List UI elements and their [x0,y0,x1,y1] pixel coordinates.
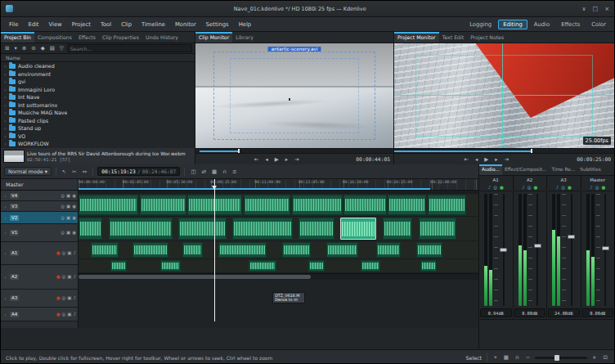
clip-segment[interactable] [416,242,442,258]
mute-icon[interactable]: ♪ [73,295,76,301]
clip-segment[interactable] [282,242,310,258]
zoom-slider-handle[interactable] [554,355,559,361]
workspace-logging[interactable]: Logging [465,20,496,29]
record-icon[interactable]: ● [56,250,61,256]
bin-folder-row[interactable]: ›Int Nave [1,93,195,101]
play-button-icon[interactable]: ▶ [273,155,281,164]
menu-view[interactable]: View [44,20,67,29]
lock-icon[interactable]: ▣ [66,193,70,199]
record-icon[interactable]: ● [56,295,61,301]
bin-folder-row[interactable]: ›gvi [1,78,195,86]
monitor-button[interactable]: ● [602,185,606,190]
target-icon[interactable]: ◎ [61,230,65,236]
clip-monitor-timecode[interactable]: 00:00:44:05 [356,156,390,162]
track-header-v3[interactable]: ›V3◎▣◉ [1,201,78,212]
solo-button[interactable]: ◎ [493,185,497,190]
lock-icon[interactable]: ▣ [67,295,71,301]
mute-button[interactable]: ♪ [556,185,559,190]
timeline-canvas[interactable]: 00:00:00:0000:02:45:0000:05:30:0000:08:1… [79,179,478,328]
spacer-tool-icon[interactable]: ↔ [81,167,88,177]
menu-file[interactable]: File [4,20,23,29]
shade-button[interactable]: ∨ [581,6,586,12]
project-monitor-timecode[interactable]: 00:09:25:00 [577,156,611,162]
mute-icon[interactable]: ♪ [73,274,76,280]
track-header-a3[interactable]: ›A3●◎▣♪ [1,290,78,308]
expand-chevron-icon[interactable]: › [2,63,8,69]
workspace-editing[interactable]: Editing [498,20,527,29]
clip-segment[interactable] [376,242,400,258]
timeline-scrollbar[interactable] [79,273,478,280]
timeline-ruler[interactable]: 00:00:00:0000:02:45:0000:05:30:0000:08:1… [79,179,478,191]
scrollbar-thumb[interactable] [79,275,311,279]
lock-icon[interactable]: ▣ [67,250,71,256]
expand-chevron-icon[interactable]: › [2,102,8,108]
clip-segment[interactable] [428,195,466,215]
mute-button[interactable]: ♪ [522,185,525,190]
menu-help[interactable]: Help [234,20,257,29]
add-caret-icon[interactable]: ▾ [12,43,18,53]
fader-handle[interactable] [500,248,507,252]
clip-segment[interactable] [178,218,227,240]
close-button[interactable]: × [604,6,609,12]
clip-segment[interactable] [308,260,325,272]
tab-undo-history[interactable]: Undo History [142,32,182,43]
next-frame-icon[interactable]: ▸ [284,155,290,164]
bin-folder-row[interactable]: ›WORKFLOW [1,140,195,148]
create-folder-icon[interactable]: ⊕ [20,43,28,53]
expand-chevron-icon[interactable]: › [2,204,8,209]
track-header-v1[interactable]: ›V1◎▣◉ [1,224,78,242]
mix-clips-icon[interactable]: ◫ [189,167,197,177]
volume-fader[interactable] [534,194,541,306]
monitor-button[interactable]: ● [534,185,538,190]
track-lane-a4[interactable] [79,259,478,273]
expand-chevron-icon[interactable]: › [2,94,8,100]
expand-chevron-icon[interactable]: › [2,193,8,199]
volume-fader[interactable] [568,194,575,306]
expand-chevron-icon[interactable]: › [2,110,8,115]
snap-icon[interactable]: ∩ [221,167,228,177]
track-header-a4[interactable]: ›A4●◎▣♪ [1,308,78,321]
tab-clip-monitor[interactable]: Clip Monitor [195,32,232,43]
expand-chevron-icon[interactable]: › [2,125,8,131]
workspace-effects[interactable]: Effects [556,20,585,29]
clip-segment[interactable] [419,218,456,240]
expand-chevron-icon[interactable]: › [2,118,8,124]
view-mode-icon[interactable]: ▤ [48,43,56,53]
clip-segment[interactable] [343,195,386,215]
zone-start-icon[interactable]: ⇤ [462,155,469,164]
timeline-zoom-slider[interactable] [535,357,587,359]
play-button-icon[interactable]: ▶ [483,155,490,164]
bin-folder-row[interactable]: ›Int sottomarino [1,101,195,110]
track-header-a1[interactable]: ›A1●◎▣♪ [1,242,78,265]
selection-tool-icon[interactable]: ↖ [61,167,68,177]
bin-folder-row[interactable]: ›Pasted clips [1,117,195,125]
zone-end-icon[interactable]: ⇥ [502,155,510,164]
timeline-menu-icon[interactable]: ≡ [231,167,238,177]
clip-segment[interactable] [232,218,292,240]
track-lane-a3[interactable] [79,241,478,259]
master-button[interactable]: Master [1,179,78,191]
menu-tool[interactable]: Tool [96,20,116,29]
expand-chevron-icon[interactable]: › [2,133,8,139]
workspace-audio[interactable]: Audio [529,20,554,29]
tab-clip-properties[interactable]: Clip Properties [99,32,142,43]
clip-segment[interactable] [218,242,267,258]
bin-folder-row[interactable]: ›environment [1,70,195,79]
project-monitor-seekbar[interactable] [394,148,614,153]
clip-segment[interactable] [249,260,276,272]
expand-chevron-icon[interactable]: › [2,230,8,236]
snap-toggle-icon[interactable]: ∩ [514,353,521,362]
delete-icon[interactable]: ⊖ [29,43,37,53]
target-icon[interactable]: ◎ [61,215,65,221]
record-icon[interactable]: ● [56,274,61,280]
clip-segment[interactable] [132,242,168,258]
tab-compositions[interactable]: Compositions [34,32,75,43]
hide-icon[interactable]: ◉ [72,215,76,221]
target-icon[interactable]: ◎ [61,295,65,301]
target-icon[interactable]: ◎ [61,193,65,199]
clip-segment[interactable] [292,195,343,215]
expand-chevron-icon[interactable]: › [2,295,8,301]
track-header-v2[interactable]: ›V2◎▣◉ [1,212,78,224]
tab-effect-composit[interactable]: Effect/Composit... [502,164,550,175]
target-icon[interactable]: ◎ [61,312,65,317]
